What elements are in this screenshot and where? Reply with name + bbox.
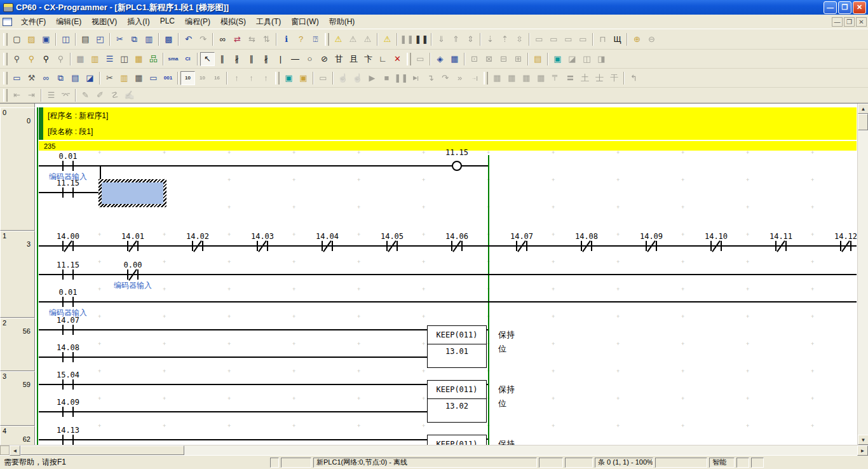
toolbar-grip[interactable]: [3, 89, 8, 102]
menu-文件F[interactable]: 文件(F): [16, 15, 51, 29]
print-preview-doc-button[interactable]: ◫: [58, 32, 73, 46]
browse-layers-button[interactable]: ◈: [433, 52, 447, 66]
compile-button[interactable]: ⚠: [331, 32, 346, 46]
instruction-3-button[interactable]: 卞: [361, 52, 376, 66]
scroll-left-button[interactable]: ◄: [10, 445, 20, 456]
vertical-scrollbar[interactable]: ▲ ▼: [857, 104, 868, 445]
child-close-button[interactable]: ✕: [856, 17, 867, 27]
cross-reference-button[interactable]: ⧉: [53, 71, 68, 85]
delete-tool-button[interactable]: ✕: [390, 52, 405, 66]
scroll-up-button[interactable]: ▲: [858, 104, 868, 114]
instruction-box-clipped[interactable]: KEEP(011): [427, 435, 487, 445]
menu-编程P[interactable]: 编程(P): [180, 15, 215, 29]
close-button[interactable]: ✕: [853, 1, 866, 14]
data-trace-button[interactable]: Щ: [610, 32, 625, 46]
scroll-right-button[interactable]: ►: [857, 445, 868, 456]
about-button[interactable]: ℹ: [279, 32, 294, 46]
contact-nc-button[interactable]: ∦: [229, 52, 244, 66]
work-online-button[interactable]: ⚠: [380, 32, 395, 46]
watch-sheet-button[interactable]: ∞: [39, 71, 53, 85]
menu-视图V[interactable]: 视图(V): [86, 15, 122, 29]
paste-program-button[interactable]: ▩: [161, 32, 176, 46]
vertical-scroll-track[interactable]: [858, 130, 868, 435]
minimize-button[interactable]: —: [824, 1, 837, 14]
coil-tool-button[interactable]: ○: [302, 52, 317, 66]
toolbar-grip[interactable]: [3, 53, 8, 65]
grid-toggle-button[interactable]: ▦: [73, 52, 88, 66]
simulator-online-button[interactable]: ▣: [281, 71, 296, 85]
build-button[interactable]: ⚒: [24, 71, 39, 85]
rung-header-4[interactable]: 462: [0, 426, 35, 445]
find-bit-button[interactable]: ✂: [102, 71, 117, 85]
instruction-tool-button[interactable]: 甘: [332, 52, 346, 66]
instruction-box-13.01[interactable]: KEEP(011)13.01: [427, 325, 487, 368]
print-preview-button[interactable]: ◰: [93, 32, 107, 46]
replace-button[interactable]: ⇄: [230, 32, 245, 46]
coil-not-tool-button[interactable]: ⊘: [317, 52, 332, 66]
memory-note-button[interactable]: ▥: [117, 71, 132, 85]
menu-模拟S[interactable]: 模拟(S): [215, 15, 251, 29]
dialog-view-button[interactable]: ▭: [146, 71, 161, 85]
print-button[interactable]: ▤: [78, 32, 93, 46]
save-file-button[interactable]: ▣: [39, 32, 53, 46]
toolbar-grip[interactable]: [325, 33, 329, 46]
radix-decimal-button[interactable]: 10: [180, 71, 195, 85]
select-tool-button[interactable]: ↖: [200, 52, 215, 66]
child-restore-button[interactable]: ❐: [844, 17, 855, 27]
vertical-scroll-thumb[interactable]: [858, 114, 868, 130]
menu-编辑E[interactable]: 编辑(E): [51, 15, 86, 29]
copy-button[interactable]: ⧉: [127, 32, 142, 46]
pause-button[interactable]: ❚❚: [414, 32, 429, 46]
rung-comment-banner[interactable]: [程序名 : 新程序1][段名称 : 段1]235: [39, 107, 857, 151]
watch-window-button[interactable]: ▣: [550, 52, 565, 66]
zoom-tool-button[interactable]: ⚲: [10, 52, 24, 66]
rung-header-0[interactable]: 00: [0, 107, 35, 231]
paste-button[interactable]: ▥: [142, 32, 156, 46]
new-window-button[interactable]: ▭: [10, 71, 24, 85]
symbol-table-button[interactable]: ▦: [132, 52, 146, 66]
menu-插入I[interactable]: 插入(I): [122, 15, 154, 29]
horizontal-wire-button[interactable]: —: [288, 52, 302, 66]
menu-PLC[interactable]: PLC: [155, 15, 180, 29]
toolbar-grip[interactable]: [484, 72, 488, 85]
toolbar-grip[interactable]: [407, 53, 411, 65]
scroll-down-button[interactable]: ▼: [858, 435, 868, 445]
restore-button[interactable]: ❐: [838, 1, 851, 14]
zoom-in-button[interactable]: ⚲: [39, 52, 53, 66]
context-help-button[interactable]: ⍰: [308, 32, 323, 46]
set-password-button[interactable]: ⊕: [630, 32, 644, 46]
child-minimize-button[interactable]: —: [832, 17, 843, 27]
ci-view-button[interactable]: CI: [180, 52, 195, 66]
horizontal-scrollbar[interactable]: ◄ ►: [0, 445, 868, 455]
zoom-highlight-button[interactable]: ⚲: [24, 52, 39, 66]
rung-header-2[interactable]: 256: [0, 318, 35, 371]
connector-l-button[interactable]: ∟: [376, 52, 390, 66]
address-list-button[interactable]: ☰: [102, 52, 117, 66]
properties-button[interactable]: ◪: [83, 71, 97, 85]
menu-工具T[interactable]: 工具(T): [251, 15, 286, 29]
horizontal-scroll-thumb[interactable]: [20, 445, 184, 455]
help-button[interactable]: ?: [294, 32, 308, 46]
contact-or-nc-button[interactable]: ∦: [259, 52, 273, 66]
instruction-2-button[interactable]: 且: [346, 52, 361, 66]
address-reference-button[interactable]: ▤: [531, 52, 545, 66]
io-monitor-button[interactable]: ◫: [117, 52, 132, 66]
open-file-button[interactable]: ▨: [24, 32, 39, 46]
binary-view-button[interactable]: 001: [161, 71, 175, 85]
mnemonic-view-button[interactable]: sma: [166, 52, 180, 66]
contact-no-button[interactable]: ∥: [215, 52, 229, 66]
menu-帮助H[interactable]: 帮助(H): [324, 15, 360, 29]
toolbar-grip[interactable]: [3, 33, 8, 46]
menu-窗口W[interactable]: 窗口(W): [286, 15, 323, 29]
horizontal-scroll-track[interactable]: [184, 445, 857, 455]
show-comments-button[interactable]: ▥: [88, 52, 102, 66]
update-calendar-button[interactable]: ▦: [447, 52, 462, 66]
vertical-wire-button[interactable]: |: [273, 52, 288, 66]
cut-button[interactable]: ✂: [112, 32, 127, 46]
instruction-box-13.02[interactable]: KEEP(011)13.02: [427, 380, 487, 423]
selected-cell-highlight[interactable]: [98, 179, 166, 207]
rung-header-1[interactable]: 13: [0, 231, 35, 318]
undo-button[interactable]: ↶: [181, 32, 196, 46]
ladder-editor[interactable]: ▲ ▼ ++++++++++++++++++++++++++++++++++++…: [0, 103, 868, 445]
io-comment-view-button[interactable]: ▤: [68, 71, 83, 85]
